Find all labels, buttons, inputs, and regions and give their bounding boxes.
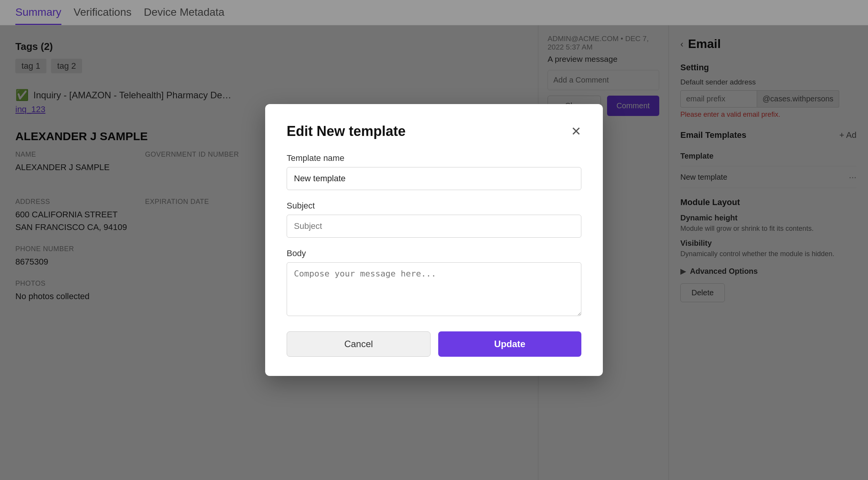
body-label: Body: [287, 248, 581, 258]
body-textarea[interactable]: [287, 262, 581, 316]
update-button[interactable]: Update: [438, 331, 581, 357]
modal-overlay: Edit New template ✕ Template name Subjec…: [0, 0, 868, 480]
subject-input[interactable]: [287, 215, 581, 238]
cancel-button[interactable]: Cancel: [287, 331, 431, 357]
template-name-input[interactable]: [287, 167, 581, 190]
body-field: Body: [287, 248, 581, 318]
subject-field: Subject: [287, 201, 581, 238]
template-name-label: Template name: [287, 153, 581, 163]
template-name-field: Template name: [287, 153, 581, 190]
modal-title: Edit New template: [287, 123, 406, 139]
modal-close-button[interactable]: ✕: [571, 125, 581, 137]
modal-header: Edit New template ✕: [287, 123, 581, 139]
modal-footer: Cancel Update: [287, 331, 581, 357]
subject-label: Subject: [287, 201, 581, 211]
edit-template-modal: Edit New template ✕ Template name Subjec…: [265, 104, 603, 376]
